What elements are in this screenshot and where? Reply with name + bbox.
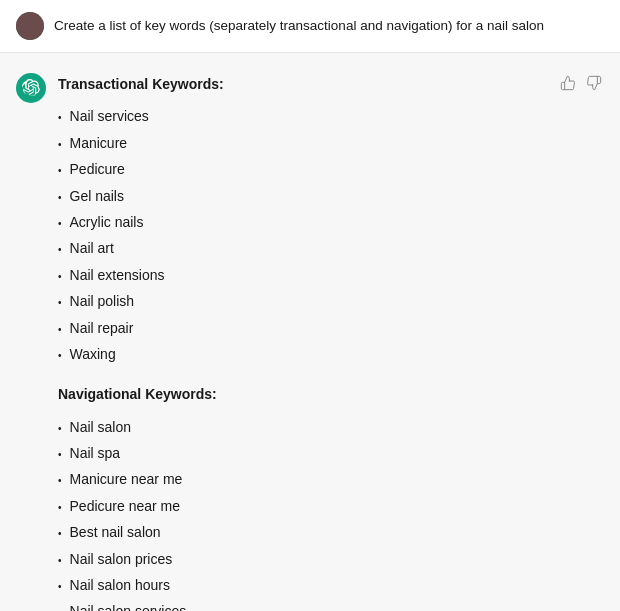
list-item: •Nail extensions: [58, 264, 604, 286]
list-item: •Manicure: [58, 132, 604, 154]
bullet-icon: •: [58, 605, 62, 611]
response-text: Transactional Keywords: •Nail services•M…: [58, 73, 604, 611]
thumbs-down-button[interactable]: [584, 73, 604, 93]
bullet-icon: •: [58, 473, 62, 489]
chatgpt-avatar: [16, 73, 46, 103]
list-item: •Nail salon prices: [58, 548, 604, 570]
thumbs-down-icon: [586, 75, 602, 91]
list-item: •Nail repair: [58, 317, 604, 339]
bullet-icon: •: [58, 500, 62, 516]
list-item: •Waxing: [58, 343, 604, 365]
transactional-section-title: Transactional Keywords:: [58, 73, 604, 95]
list-item: •Nail salon hours: [58, 574, 604, 596]
navigational-keyword-list: •Nail salon•Nail spa•Manicure near me•Pe…: [58, 416, 604, 611]
list-item: •Pedicure: [58, 158, 604, 180]
thumbs-up-button[interactable]: [558, 73, 578, 93]
transactional-keyword-list: •Nail services•Manicure•Pedicure•Gel nai…: [58, 105, 604, 365]
list-item: •Nail salon: [58, 416, 604, 438]
bullet-icon: •: [58, 269, 62, 285]
list-item: •Nail spa: [58, 442, 604, 464]
list-item: •Best nail salon: [58, 521, 604, 543]
bullet-icon: •: [58, 421, 62, 437]
list-item: •Manicure near me: [58, 468, 604, 490]
user-avatar: [16, 12, 44, 40]
list-item: •Nail polish: [58, 290, 604, 312]
bullet-icon: •: [58, 242, 62, 258]
feedback-buttons: [558, 73, 604, 93]
bullet-icon: •: [58, 526, 62, 542]
list-item: •Nail services: [58, 105, 604, 127]
bullet-icon: •: [58, 216, 62, 232]
list-item: •Acrylic nails: [58, 211, 604, 233]
bullet-icon: •: [58, 447, 62, 463]
bullet-icon: •: [58, 322, 62, 338]
navigational-section-title: Navigational Keywords:: [58, 383, 604, 405]
thumbs-up-icon: [560, 75, 576, 91]
bullet-icon: •: [58, 579, 62, 595]
user-message: Create a list of key words (separately t…: [0, 0, 620, 53]
bullet-icon: •: [58, 137, 62, 153]
bullet-icon: •: [58, 190, 62, 206]
bullet-icon: •: [58, 348, 62, 364]
avatar-circle: [16, 12, 44, 40]
chatgpt-response: Transactional Keywords: •Nail services•M…: [0, 53, 620, 611]
list-item: •Pedicure near me: [58, 495, 604, 517]
list-item: •Nail art: [58, 237, 604, 259]
bullet-icon: •: [58, 553, 62, 569]
list-item: •Gel nails: [58, 185, 604, 207]
bullet-icon: •: [58, 110, 62, 126]
user-prompt: Create a list of key words (separately t…: [54, 17, 544, 36]
bullet-icon: •: [58, 163, 62, 179]
bullet-icon: •: [58, 295, 62, 311]
chatgpt-logo-icon: [22, 79, 40, 97]
list-item: •Nail salon services: [58, 600, 604, 611]
